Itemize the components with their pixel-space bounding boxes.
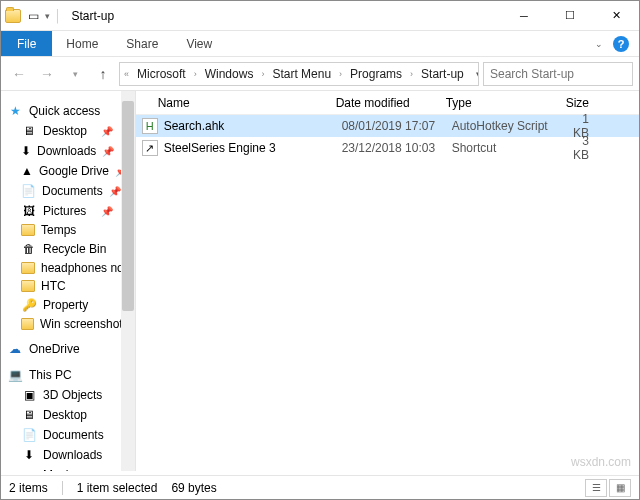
tab-share[interactable]: Share bbox=[112, 31, 172, 56]
search-box[interactable]: 🔍 bbox=[483, 62, 633, 86]
back-button[interactable]: ← bbox=[7, 62, 31, 86]
file-list: Name Date modified Type Size H Search.ah… bbox=[136, 91, 639, 471]
expand-ribbon-icon[interactable]: ⌄ bbox=[595, 39, 603, 49]
folder-icon bbox=[21, 262, 35, 274]
column-headers[interactable]: Name Date modified Type Size bbox=[136, 91, 639, 115]
sidebar-item-pc-documents[interactable]: 📄Documents bbox=[1, 425, 135, 445]
file-name: SteelSeries Engine 3 bbox=[164, 141, 342, 155]
status-item-count: 2 items bbox=[9, 481, 48, 495]
quick-access-toolbar: ▭ ▾ │ bbox=[1, 8, 66, 24]
file-row[interactable]: H Search.ahk 08/01/2019 17:07 AutoHotkey… bbox=[136, 115, 639, 137]
sidebar-item-property[interactable]: 🔑Property bbox=[1, 295, 135, 315]
help-icon[interactable]: ? bbox=[613, 36, 629, 52]
doc-icon: 📄 bbox=[21, 427, 37, 443]
desktop-icon: 🖥 bbox=[21, 123, 37, 139]
sidebar-item-3dobjects[interactable]: ▣3D Objects bbox=[1, 385, 135, 405]
bin-icon: 🗑 bbox=[21, 241, 37, 257]
file-type: AutoHotkey Script bbox=[452, 119, 572, 133]
sidebar-item-htc[interactable]: HTC bbox=[1, 277, 135, 295]
sidebar-item-pc-downloads[interactable]: ⬇Downloads bbox=[1, 445, 135, 465]
status-bar: 2 items 1 item selected 69 bytes ☰ ▦ bbox=[1, 475, 639, 499]
file-type: Shortcut bbox=[452, 141, 572, 155]
music-icon: ♪ bbox=[21, 467, 37, 471]
close-button[interactable]: ✕ bbox=[593, 1, 639, 31]
minimize-button[interactable]: ─ bbox=[501, 1, 547, 31]
file-name: Search.ahk bbox=[164, 119, 342, 133]
ahk-file-icon: H bbox=[142, 118, 158, 134]
status-bytes: 69 bytes bbox=[171, 481, 216, 495]
shortcut-icon: ↗ bbox=[142, 140, 158, 156]
tab-home[interactable]: Home bbox=[52, 31, 112, 56]
doc-icon: 📄 bbox=[21, 183, 36, 199]
forward-button: → bbox=[35, 62, 59, 86]
col-date[interactable]: Date modified bbox=[336, 96, 446, 110]
file-date: 08/01/2019 17:07 bbox=[342, 119, 452, 133]
sidebar-scrollbar[interactable] bbox=[121, 91, 135, 471]
sidebar-item-winscreenshots[interactable]: Win screenshots bbox=[1, 315, 135, 333]
sidebar-item-pictures[interactable]: 🖼Pictures📌 bbox=[1, 201, 135, 221]
download-icon: ⬇ bbox=[21, 143, 31, 159]
sidebar: ★Quick access 🖥Desktop📌 ⬇Downloads📌 ▲Goo… bbox=[1, 91, 136, 471]
crumb[interactable]: Start-up bbox=[417, 67, 468, 81]
star-icon: ★ bbox=[7, 103, 23, 119]
sidebar-item-pc-music[interactable]: ♪Music bbox=[1, 465, 135, 471]
3d-icon: ▣ bbox=[21, 387, 37, 403]
window-title: Start-up bbox=[72, 9, 502, 23]
folder-icon bbox=[21, 318, 34, 330]
sidebar-item-headphones[interactable]: headphones not bbox=[1, 259, 135, 277]
tab-view[interactable]: View bbox=[172, 31, 226, 56]
crumb[interactable]: Windows bbox=[201, 67, 258, 81]
address-bar[interactable]: « Microsoft› Windows› Start Menu› Progra… bbox=[119, 62, 479, 86]
view-details-button[interactable]: ☰ bbox=[585, 479, 607, 497]
file-size: 3 KB bbox=[572, 134, 639, 162]
key-icon: 🔑 bbox=[21, 297, 37, 313]
crumb[interactable]: Microsoft bbox=[133, 67, 190, 81]
titlebar: ▭ ▾ │ Start-up ─ ☐ ✕ bbox=[1, 1, 639, 31]
sidebar-item-gdrive[interactable]: ▲Google Drive📌 bbox=[1, 161, 135, 181]
ribbon-tabs: File Home Share View ⌄ ? bbox=[1, 31, 639, 57]
desktop-icon: 🖥 bbox=[21, 407, 37, 423]
sidebar-item-temps[interactable]: Temps bbox=[1, 221, 135, 239]
qat-dropdown-icon[interactable]: ▾ bbox=[45, 11, 50, 21]
crumb[interactable]: Programs bbox=[346, 67, 406, 81]
file-date: 23/12/2018 10:03 bbox=[342, 141, 452, 155]
sidebar-item-documents[interactable]: 📄Documents📌 bbox=[1, 181, 135, 201]
cloud-icon: ☁ bbox=[7, 341, 23, 357]
sidebar-item-recyclebin[interactable]: 🗑Recycle Bin bbox=[1, 239, 135, 259]
status-selected: 1 item selected bbox=[77, 481, 158, 495]
chevron-left-icon[interactable]: « bbox=[122, 69, 131, 79]
nav-row: ← → ▾ ↑ « Microsoft› Windows› Start Menu… bbox=[1, 57, 639, 91]
view-icons-button[interactable]: ▦ bbox=[609, 479, 631, 497]
file-row[interactable]: ↗ SteelSeries Engine 3 23/12/2018 10:03 … bbox=[136, 137, 639, 159]
thispc-header[interactable]: 💻This PC bbox=[1, 365, 135, 385]
onedrive-header[interactable]: ☁OneDrive bbox=[1, 339, 135, 359]
col-type[interactable]: Type bbox=[446, 96, 566, 110]
up-button[interactable]: ↑ bbox=[91, 62, 115, 86]
watermark: wsxdn.com bbox=[571, 455, 631, 469]
sidebar-item-desktop[interactable]: 🖥Desktop📌 bbox=[1, 121, 135, 141]
folder-icon bbox=[5, 9, 21, 23]
col-size[interactable]: Size bbox=[566, 96, 639, 110]
download-icon: ⬇ bbox=[21, 447, 37, 463]
folder-icon bbox=[21, 224, 35, 236]
sidebar-item-downloads[interactable]: ⬇Downloads📌 bbox=[1, 141, 135, 161]
sidebar-item-pc-desktop[interactable]: 🖥Desktop bbox=[1, 405, 135, 425]
file-tab[interactable]: File bbox=[1, 31, 52, 56]
maximize-button[interactable]: ☐ bbox=[547, 1, 593, 31]
doc-icon[interactable]: ▭ bbox=[25, 8, 41, 24]
search-input[interactable] bbox=[490, 67, 640, 81]
pc-icon: 💻 bbox=[7, 367, 23, 383]
recent-dropdown[interactable]: ▾ bbox=[63, 62, 87, 86]
gdrive-icon: ▲ bbox=[21, 163, 33, 179]
col-name[interactable]: Name bbox=[136, 96, 336, 110]
folder-icon bbox=[21, 280, 35, 292]
refresh-icon[interactable]: ▾ ↻ bbox=[470, 69, 479, 79]
crumb[interactable]: Start Menu bbox=[268, 67, 335, 81]
pic-icon: 🖼 bbox=[21, 203, 37, 219]
scrollbar-thumb[interactable] bbox=[122, 101, 134, 311]
quick-access-header[interactable]: ★Quick access bbox=[1, 101, 135, 121]
